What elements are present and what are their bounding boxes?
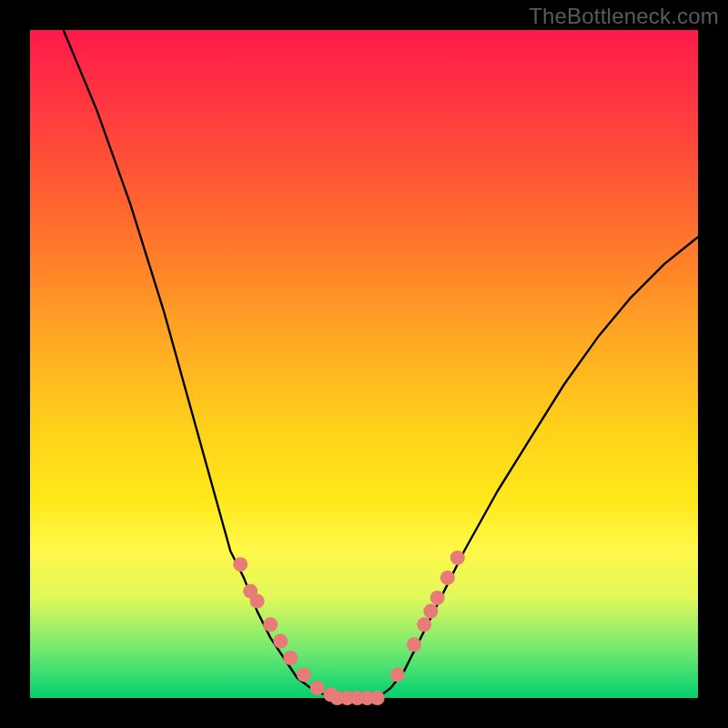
marker-dot: [233, 557, 248, 571]
marker-dot: [310, 681, 325, 695]
curve-group: [64, 30, 698, 698]
chart-svg: [30, 30, 698, 698]
marker-dot: [297, 667, 311, 682]
watermark-text: TheBottleneck.com: [529, 4, 719, 29]
plot-area: [30, 30, 698, 698]
marker-dot: [407, 637, 421, 652]
markers-group: [233, 551, 465, 705]
marker-dot: [273, 634, 288, 649]
marker-dot: [263, 617, 278, 632]
marker-dot: [423, 604, 438, 619]
marker-dot: [450, 551, 465, 565]
marker-dot: [430, 591, 445, 605]
marker-dot: [370, 691, 385, 705]
bottleneck-curve: [64, 30, 698, 698]
outer-frame: TheBottleneck.com: [0, 0, 728, 728]
marker-dot: [250, 594, 265, 609]
marker-dot: [440, 571, 455, 585]
marker-dot: [417, 617, 431, 632]
marker-dot: [390, 667, 405, 682]
marker-dot: [283, 651, 298, 665]
